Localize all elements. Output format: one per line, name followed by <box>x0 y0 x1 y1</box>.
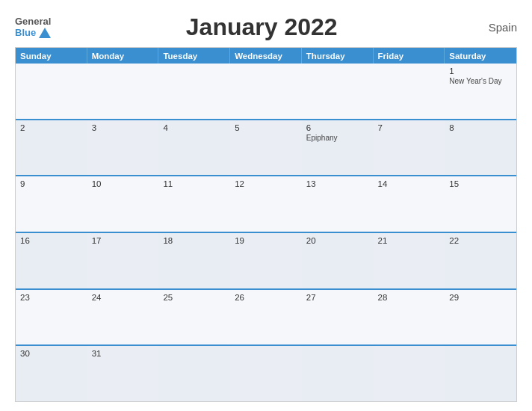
cal-cell-w4-d1: 16 <box>16 233 87 288</box>
day-number: 11 <box>163 179 226 188</box>
week-row-2: 23456Epiphany78 <box>16 119 516 176</box>
cal-cell-w5-d7: 29 <box>445 290 516 345</box>
cal-cell-w2-d2: 3 <box>87 120 159 176</box>
day-number: 20 <box>306 236 369 245</box>
col-saturday: Saturday <box>445 48 516 64</box>
cal-cell-w6-d3 <box>158 346 230 401</box>
day-number: 4 <box>163 123 226 132</box>
cal-cell-w3-d5: 13 <box>302 176 374 232</box>
day-number: 16 <box>20 236 83 245</box>
col-sunday: Sunday <box>16 48 87 64</box>
cal-cell-w2-d1: 2 <box>16 120 87 176</box>
cal-cell-w4-d7: 22 <box>445 233 516 288</box>
cal-cell-w6-d5 <box>302 346 374 401</box>
day-number: 30 <box>20 349 83 358</box>
day-number: 19 <box>235 236 297 245</box>
calendar-header: Sunday Monday Tuesday Wednesday Thursday… <box>16 48 516 64</box>
day-number: 26 <box>235 293 297 302</box>
holiday-name: New Year's Day <box>449 77 512 86</box>
cal-cell-w3-d7: 15 <box>445 176 516 232</box>
cal-cell-w3-d1: 9 <box>16 176 87 232</box>
cal-cell-w1-d4 <box>230 64 302 119</box>
day-number: 28 <box>378 293 441 302</box>
day-number: 10 <box>92 179 155 188</box>
logo-triangle-icon <box>39 28 51 38</box>
cal-cell-w1-d1 <box>16 64 87 119</box>
logo-general-text: General <box>15 16 51 27</box>
day-number: 7 <box>378 123 441 132</box>
cal-cell-w4-d5: 20 <box>302 233 374 288</box>
cal-cell-w3-d4: 12 <box>230 176 302 232</box>
day-number: 14 <box>378 179 441 188</box>
page: General Blue January 2022 Spain Sunday M… <box>0 0 532 411</box>
col-monday: Monday <box>87 48 159 64</box>
cal-cell-w1-d6 <box>374 64 445 119</box>
cal-cell-w5-d6: 28 <box>374 290 445 345</box>
day-number: 5 <box>235 123 297 132</box>
day-number: 23 <box>20 293 83 302</box>
col-friday: Friday <box>374 48 445 64</box>
day-number: 3 <box>92 123 155 132</box>
cal-cell-w2-d4: 5 <box>230 120 302 176</box>
week-row-6: 3031 <box>16 344 516 401</box>
cal-cell-w5-d5: 27 <box>302 290 374 345</box>
week-row-4: 16171819202122 <box>16 232 516 288</box>
cal-cell-w5-d3: 25 <box>158 290 230 345</box>
col-wednesday: Wednesday <box>230 48 302 64</box>
page-title: January 2022 <box>51 13 472 41</box>
cal-cell-w1-d5 <box>302 64 374 119</box>
header: General Blue January 2022 Spain <box>15 13 517 41</box>
day-number: 12 <box>235 179 297 188</box>
day-number: 24 <box>92 293 155 302</box>
day-number: 2 <box>20 123 83 132</box>
day-number: 18 <box>163 236 226 245</box>
day-number: 29 <box>449 293 512 302</box>
holiday-name: Epiphany <box>306 134 369 143</box>
week-row-1: 1New Year's Day <box>16 64 516 119</box>
cal-cell-w2-d7: 8 <box>445 120 516 176</box>
day-number: 9 <box>20 179 83 188</box>
day-number: 17 <box>92 236 155 245</box>
day-number: 21 <box>378 236 441 245</box>
logo: General Blue <box>15 16 51 38</box>
cal-cell-w4-d3: 18 <box>158 233 230 288</box>
cal-cell-w3-d2: 10 <box>87 176 159 232</box>
cal-cell-w4-d4: 19 <box>230 233 302 288</box>
cal-cell-w6-d6 <box>374 346 445 401</box>
logo-blue-text: Blue <box>15 28 36 38</box>
week-row-3: 9101112131415 <box>16 175 516 232</box>
day-number: 25 <box>163 293 226 302</box>
week-row-5: 23242526272829 <box>16 288 516 345</box>
cal-cell-w5-d4: 26 <box>230 290 302 345</box>
cal-cell-w1-d3 <box>158 64 230 119</box>
cal-cell-w4-d2: 17 <box>87 233 159 288</box>
day-number: 22 <box>449 236 512 245</box>
day-number: 27 <box>306 293 369 302</box>
day-number: 15 <box>449 179 512 188</box>
day-number: 31 <box>92 349 155 358</box>
cal-cell-w4-d6: 21 <box>374 233 445 288</box>
cal-cell-w1-d7: 1New Year's Day <box>445 64 516 119</box>
cal-cell-w6-d2: 31 <box>87 346 159 401</box>
col-tuesday: Tuesday <box>158 48 230 64</box>
day-number: 13 <box>306 179 369 188</box>
day-number: 8 <box>449 123 512 132</box>
col-thursday: Thursday <box>302 48 374 64</box>
cal-cell-w5-d1: 23 <box>16 290 87 345</box>
cal-cell-w2-d5: 6Epiphany <box>302 120 374 176</box>
cal-cell-w2-d3: 4 <box>158 120 230 176</box>
cal-cell-w1-d2 <box>87 64 159 119</box>
cal-cell-w6-d4 <box>230 346 302 401</box>
calendar-body: 1New Year's Day23456Epiphany789101112131… <box>16 64 516 401</box>
cal-cell-w6-d1: 30 <box>16 346 87 401</box>
day-number: 6 <box>306 123 369 132</box>
day-number: 1 <box>449 67 512 75</box>
cal-cell-w6-d7 <box>445 346 516 401</box>
cal-cell-w5-d2: 24 <box>87 290 159 345</box>
cal-cell-w3-d3: 11 <box>158 176 230 232</box>
country-label: Spain <box>472 21 517 34</box>
cal-cell-w3-d6: 14 <box>374 176 445 232</box>
calendar: Sunday Monday Tuesday Wednesday Thursday… <box>15 47 517 402</box>
cal-cell-w2-d6: 7 <box>374 120 445 176</box>
